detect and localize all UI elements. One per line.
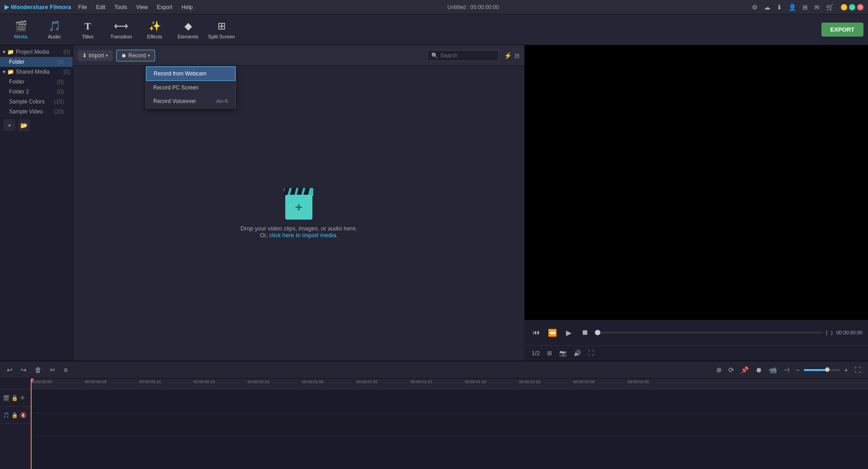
menu-edit[interactable]: Edit: [92, 3, 109, 11]
close-button[interactable]: ×: [857, 4, 863, 10]
timeline-record-button[interactable]: ⏺: [753, 365, 764, 375]
progress-thumb[interactable]: [595, 330, 600, 335]
search-box[interactable]: 🔍: [427, 50, 499, 61]
toolbar-transition[interactable]: ⟷ Transition: [105, 17, 137, 43]
menu-view[interactable]: View: [132, 3, 151, 11]
ruler-mark-6: 00:00:01:05: [356, 379, 378, 384]
window-title: Untitled : 00:00:00:00: [448, 4, 499, 10]
timeline-plus-button[interactable]: +: [842, 365, 850, 375]
record-voiceover-item[interactable]: Record Voiceover Alt+R: [146, 94, 236, 108]
menu-help[interactable]: Help: [178, 3, 197, 11]
ruler-mark-8: 00:00:01:15: [465, 379, 486, 384]
preview-volume-btn[interactable]: 🔊: [572, 349, 583, 357]
toolbar-split-screen[interactable]: ⊞ Split Screen: [205, 17, 238, 43]
record-icon: ⏺: [121, 52, 127, 59]
timeline-pip-button[interactable]: 📹: [766, 365, 779, 375]
timeline-add-media-button[interactable]: ⊕: [714, 365, 724, 375]
new-folder-button[interactable]: 📂: [18, 119, 30, 131]
menu-file[interactable]: File: [75, 3, 90, 11]
search-input[interactable]: [440, 52, 495, 59]
import-link[interactable]: click here to import media.: [269, 232, 338, 239]
record-screen-item[interactable]: Record PC Screen: [146, 81, 236, 94]
timeline-snap-button[interactable]: 📌: [738, 365, 751, 375]
export-button[interactable]: EXPORT: [821, 23, 863, 37]
grid-view-icon[interactable]: ⊞: [514, 52, 520, 59]
top-icons: ⚙ ☁ ⬇ 👤 ⊞ ✉ 🛒: [750, 3, 835, 12]
sidebar-project-media-header[interactable]: ▾ 📁 Project Media (0): [0, 47, 73, 57]
maximize-button[interactable]: □: [849, 4, 855, 10]
elements-icon: ◆: [184, 20, 192, 32]
minimize-button[interactable]: −: [841, 4, 847, 10]
timeline-snap-buttons: ⊕ ⟳ 📌 ⏺ 📹 ⊣ − + ⛶: [714, 365, 863, 375]
media-drop-zone[interactable]: + Drop your video clips, images, or audi…: [73, 66, 524, 361]
step-back-button[interactable]: ⏪: [546, 326, 559, 339]
timeline-swap-button[interactable]: ⟳: [726, 365, 736, 375]
filter-icon[interactable]: ⚡: [504, 52, 512, 59]
sidebar-bottom-buttons: + 📂: [0, 117, 73, 134]
stop-button[interactable]: ⏹: [579, 326, 591, 339]
preview-ratio[interactable]: 1/2: [530, 349, 542, 357]
timeline-minus-button[interactable]: −: [793, 365, 802, 375]
store-icon[interactable]: 🛒: [824, 3, 835, 12]
video-eye-icon[interactable]: 👁: [20, 395, 25, 401]
menu-export[interactable]: Export: [153, 3, 176, 11]
preview-snapshot-btn[interactable]: 📷: [557, 349, 568, 357]
import-icon: ⬇: [82, 52, 87, 59]
sidebar-item-sample-colors[interactable]: Sample Colors (15): [0, 97, 73, 107]
timeline-content: 🎬 🔒 👁 🎵 🔒 🔇 00:00:00:00 00:00:00:05 00:0: [0, 379, 868, 469]
timeline-zoom-slider[interactable]: [804, 369, 840, 371]
sidebar-shared-media-header[interactable]: ▾ 📁 Shared Media (0): [0, 67, 73, 77]
zoom-slider-thumb[interactable]: [825, 367, 830, 372]
audio-lock-icon[interactable]: 🔒: [11, 412, 18, 418]
shared-folder-icon: 📁: [7, 69, 14, 75]
mail-icon[interactable]: ✉: [812, 3, 821, 12]
timeline-split-button[interactable]: ⊣: [781, 365, 792, 375]
start-bracket-icon[interactable]: {: [826, 330, 828, 335]
sidebar-item-shared-folder-2[interactable]: Folder 2 (0): [0, 87, 73, 97]
titlebar: ▶ Wondershare Filmora File Edit Tools Vi…: [0, 0, 868, 14]
end-bracket-icon[interactable]: }: [831, 330, 833, 335]
sidebar-toggle[interactable]: ◀: [73, 196, 73, 210]
timeline-cut-button[interactable]: ✂: [47, 365, 58, 375]
media-toolbar: ⬇ Import ▾ ⏺ Record ▾ 🔍 ⚡ ⊞ Record from …: [73, 45, 524, 66]
audio-mute-icon[interactable]: 🔇: [20, 412, 27, 418]
skip-back-button[interactable]: ⏮: [530, 326, 542, 339]
import-button[interactable]: ⬇ Import ▾: [78, 50, 113, 61]
record-button[interactable]: ⏺ Record ▾: [116, 50, 155, 61]
add-folder-button[interactable]: +: [4, 119, 15, 131]
timeline-right: 00:00:00:00 00:00:00:05 00:00:00:10 00:0…: [31, 379, 868, 469]
toolbar: 🎬 Media 🎵 Audio T Titles ⟷ Transition ✨ …: [0, 14, 868, 45]
audio-track-header: 🎵 🔒 🔇: [0, 407, 30, 424]
toolbar-titles[interactable]: T Titles: [71, 17, 104, 43]
sidebar-item-sample-video[interactable]: Sample Video (20): [0, 107, 73, 117]
toolbar-audio[interactable]: 🎵 Audio: [38, 17, 71, 43]
toolbar-elements[interactable]: ◆ Elements: [172, 17, 204, 43]
toolbar-effects[interactable]: ✨ Effects: [138, 17, 171, 43]
toolbar-media[interactable]: 🎬 Media: [5, 17, 37, 43]
timeline-delete-button[interactable]: 🗑: [33, 365, 44, 375]
ruler-mark-2: 00:00:00:10: [139, 379, 161, 384]
timeline-more-button[interactable]: ≡: [61, 365, 70, 375]
timeline-redo-button[interactable]: ↪: [19, 365, 29, 375]
grid-icon[interactable]: ⊞: [801, 3, 810, 12]
timeline-playhead[interactable]: [31, 379, 32, 469]
video-lock-icon[interactable]: 🔒: [11, 395, 18, 401]
play-button[interactable]: ▶: [562, 326, 575, 339]
timeline-undo-button[interactable]: ↩: [5, 365, 15, 375]
preview-fullscreen-btn[interactable]: ⛶: [586, 349, 596, 357]
cloud-icon[interactable]: ☁: [762, 3, 772, 12]
preview-zoom-btn[interactable]: ⊞: [545, 349, 554, 357]
record-webcam-item[interactable]: Record from Webcam: [146, 66, 236, 81]
preview-bottom: 1/2 ⊞ 📷 🔊 ⛶: [524, 345, 868, 361]
preview-progress-bar[interactable]: [595, 332, 822, 333]
menu-tools[interactable]: Tools: [111, 3, 131, 11]
download-icon[interactable]: ⬇: [775, 3, 784, 12]
sidebar-item-folder[interactable]: Folder (0): [0, 57, 73, 67]
sidebar-item-shared-folder[interactable]: Folder (0): [0, 77, 73, 87]
timeline-fullscreen-button[interactable]: ⛶: [852, 365, 863, 375]
transition-icon: ⟷: [114, 20, 128, 32]
video-track-icon: 🎬: [3, 395, 9, 401]
preview-area: [524, 45, 868, 320]
user-icon[interactable]: 👤: [787, 3, 798, 12]
settings-icon[interactable]: ⚙: [750, 3, 760, 12]
